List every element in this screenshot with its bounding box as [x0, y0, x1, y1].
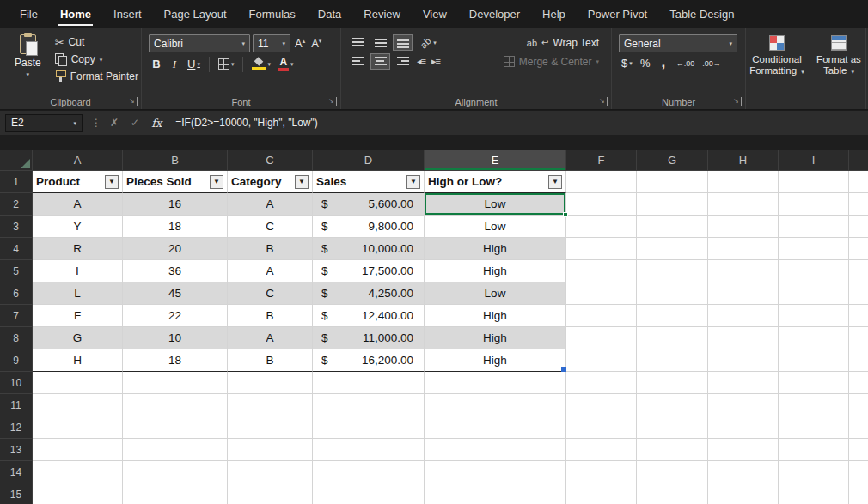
- cell-G10[interactable]: [637, 372, 708, 394]
- row-header-10[interactable]: 10: [0, 372, 33, 394]
- cell-H11[interactable]: [708, 394, 779, 416]
- formula-bar-grip[interactable]: ⋮: [91, 117, 101, 129]
- cell-H6[interactable]: [708, 282, 779, 305]
- cell-A10[interactable]: [33, 372, 123, 394]
- cell-E11[interactable]: [425, 394, 566, 416]
- cell-F8[interactable]: [566, 327, 637, 349]
- cell-E3[interactable]: Low: [425, 216, 566, 238]
- column-header-A[interactable]: A: [33, 150, 123, 171]
- ribbon-tab-review[interactable]: Review: [352, 0, 412, 28]
- paste-button[interactable]: Paste ▾: [5, 34, 51, 94]
- cell-G14[interactable]: [637, 461, 708, 483]
- cell-I4[interactable]: [779, 238, 849, 260]
- cell-H10[interactable]: [708, 372, 779, 394]
- cell-H5[interactable]: [708, 260, 779, 282]
- cell-C1[interactable]: Category▼: [228, 171, 313, 193]
- cell-D1[interactable]: Sales▼: [313, 171, 425, 193]
- cell-G1[interactable]: [637, 171, 708, 193]
- cell-D2[interactable]: $5,600.00: [313, 193, 425, 216]
- cell-B12[interactable]: [123, 416, 228, 439]
- cell-I8[interactable]: [779, 327, 849, 349]
- cell-D6[interactable]: $4,250.00: [313, 282, 425, 305]
- column-header-H[interactable]: H: [708, 150, 779, 171]
- column-header-F[interactable]: F: [566, 150, 637, 171]
- cell-E14[interactable]: [425, 461, 566, 483]
- clipboard-dialog-launcher[interactable]: ↘: [128, 97, 138, 106]
- cell-F4[interactable]: [566, 238, 637, 260]
- table-resize-handle[interactable]: [561, 367, 566, 372]
- align-center-button[interactable]: [370, 53, 390, 70]
- cell-E12[interactable]: [425, 416, 566, 439]
- cell-H3[interactable]: [708, 216, 779, 238]
- cell-I10[interactable]: [779, 372, 849, 394]
- ribbon-tab-formulas[interactable]: Formulas: [238, 0, 307, 28]
- cell-D5[interactable]: $17,500.00: [313, 260, 425, 282]
- cell-B7[interactable]: 22: [123, 305, 228, 327]
- align-right-button[interactable]: [393, 53, 413, 70]
- cell-B4[interactable]: 20: [123, 238, 228, 260]
- ribbon-tab-help[interactable]: Help: [531, 0, 577, 28]
- copy-button[interactable]: Copy ▾: [52, 52, 141, 66]
- format-as-table-button[interactable]: Format as Table ▾: [808, 32, 868, 109]
- cell-A1[interactable]: Product▼: [33, 171, 123, 193]
- cell-G3[interactable]: [637, 216, 708, 238]
- column-header-B[interactable]: B: [123, 150, 228, 171]
- column-header-C[interactable]: C: [228, 150, 313, 171]
- cell-F10[interactable]: [566, 372, 637, 394]
- cell-E2[interactable]: Low: [425, 193, 566, 216]
- cell-A8[interactable]: G: [33, 327, 123, 349]
- cell-B5[interactable]: 36: [123, 260, 228, 282]
- filter-button-D1[interactable]: ▼: [406, 175, 420, 189]
- decrease-decimal-button[interactable]: .00→: [700, 58, 724, 70]
- decrease-indent-button[interactable]: ◂≡: [415, 56, 427, 67]
- cell-H4[interactable]: [708, 238, 779, 260]
- cell-A6[interactable]: L: [33, 282, 123, 305]
- cell-F13[interactable]: [566, 439, 637, 461]
- cell-E7[interactable]: High: [425, 305, 566, 327]
- cell-B1[interactable]: Pieces Sold▼: [123, 171, 228, 193]
- cell-B3[interactable]: 18: [123, 216, 228, 238]
- cell-B13[interactable]: [123, 439, 228, 461]
- cell-B8[interactable]: 10: [123, 327, 228, 349]
- cell-I1[interactable]: [779, 171, 849, 193]
- align-bottom-button[interactable]: [393, 34, 413, 51]
- cell-E9[interactable]: High: [425, 349, 566, 372]
- cell-D4[interactable]: $10,000.00: [313, 238, 425, 260]
- row-header-2[interactable]: 2: [0, 193, 33, 216]
- cell-F6[interactable]: [566, 282, 637, 305]
- cell-H9[interactable]: [708, 349, 779, 372]
- row-header-9[interactable]: 9: [0, 349, 33, 372]
- row-header-12[interactable]: 12: [0, 416, 33, 439]
- cell-B11[interactable]: [123, 394, 228, 416]
- cell-I2[interactable]: [779, 193, 849, 216]
- cell-A12[interactable]: [33, 416, 123, 439]
- cell-D13[interactable]: [313, 439, 425, 461]
- cell-G12[interactable]: [637, 416, 708, 439]
- row-header-14[interactable]: 14: [0, 461, 33, 483]
- cell-G2[interactable]: [637, 193, 708, 216]
- cell-B2[interactable]: 16: [123, 193, 228, 216]
- row-header-13[interactable]: 13: [0, 439, 33, 461]
- cell-C3[interactable]: C: [228, 216, 313, 238]
- cell-F5[interactable]: [566, 260, 637, 282]
- row-header-6[interactable]: 6: [0, 282, 33, 305]
- cell-G13[interactable]: [637, 439, 708, 461]
- cell-G4[interactable]: [637, 238, 708, 260]
- insert-function-button[interactable]: fx: [151, 117, 162, 130]
- cell-A14[interactable]: [33, 461, 123, 483]
- format-painter-button[interactable]: Format Painter: [52, 70, 141, 83]
- column-header-G[interactable]: G: [637, 150, 708, 171]
- fill-handle[interactable]: [563, 212, 568, 217]
- row-header-8[interactable]: 8: [0, 327, 33, 349]
- row-header-11[interactable]: 11: [0, 394, 33, 416]
- cell-B6[interactable]: 45: [123, 282, 228, 305]
- cell-F3[interactable]: [566, 216, 637, 238]
- accounting-format-button[interactable]: $ ▾: [619, 55, 635, 71]
- cell-I15[interactable]: [779, 483, 849, 504]
- cell-C10[interactable]: [228, 372, 313, 394]
- align-top-button[interactable]: [348, 34, 368, 51]
- row-header-7[interactable]: 7: [0, 305, 33, 327]
- comma-style-button[interactable]: ,: [656, 58, 671, 69]
- cell-C4[interactable]: B: [228, 238, 313, 260]
- ribbon-tab-insert[interactable]: Insert: [102, 0, 153, 28]
